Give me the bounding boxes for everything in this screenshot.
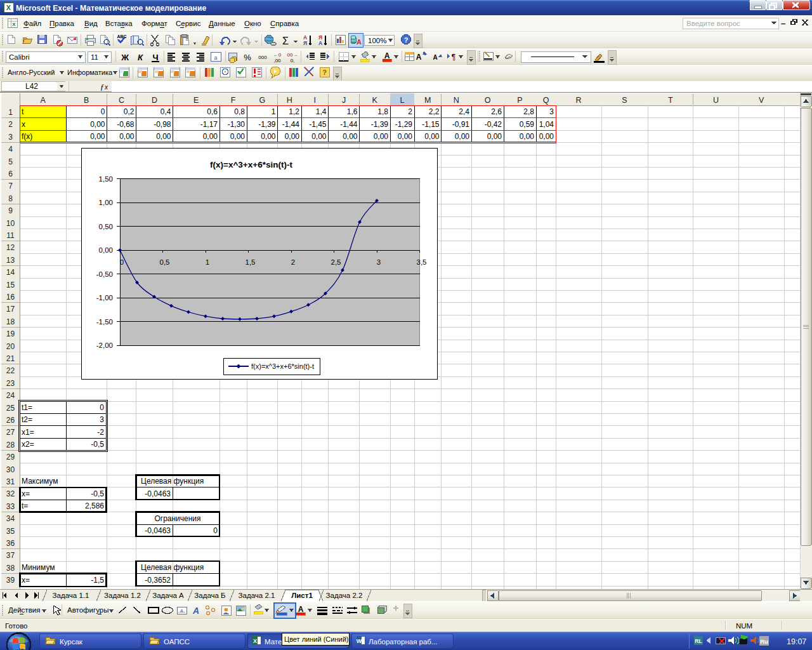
- svg-text:-0,3652: -0,3652: [145, 576, 171, 585]
- svg-text:-0,0463: -0,0463: [145, 526, 171, 535]
- svg-text:a: a: [214, 55, 217, 61]
- svg-text:Задача Б: Задача Б: [194, 592, 225, 599]
- svg-text:2,586: 2,586: [85, 501, 104, 510]
- svg-text:-0,42: -0,42: [485, 120, 502, 129]
- svg-text:Данные: Данные: [209, 20, 235, 27]
- svg-text:R: R: [575, 96, 581, 105]
- svg-text:34: 34: [6, 514, 15, 523]
- svg-text:К: К: [138, 53, 143, 62]
- svg-text:f(x)=x^3+x+6*sin(t)-t: f(x)=x^3+x+6*sin(t)-t: [251, 362, 314, 370]
- svg-text:Q: Q: [543, 96, 549, 105]
- svg-text:J: J: [342, 96, 346, 105]
- svg-text:19:07: 19:07: [787, 637, 806, 646]
- svg-text:f(x)=x^3+x+6*sin(t)-t: f(x)=x^3+x+6*sin(t)-t: [210, 160, 292, 169]
- svg-text:1: 1: [206, 258, 209, 266]
- svg-text:0: 0: [213, 526, 218, 535]
- svg-text:3: 3: [549, 107, 554, 116]
- svg-text:37: 37: [6, 551, 15, 560]
- svg-text:Справка: Справка: [270, 20, 299, 27]
- svg-text:6: 6: [8, 169, 13, 178]
- svg-text:0,00: 0,00: [261, 132, 276, 141]
- svg-text:Автофигуры: Автофигуры: [67, 606, 108, 614]
- svg-text:D: D: [152, 96, 157, 105]
- svg-text:Целевая функция: Целевая функция: [141, 563, 204, 572]
- svg-text:17: 17: [6, 305, 15, 314]
- svg-text:0,00: 0,00: [203, 132, 218, 141]
- svg-text:0,00: 0,00: [424, 132, 440, 141]
- svg-text:Лист1: Лист1: [291, 592, 313, 599]
- svg-text:21: 21: [6, 354, 15, 363]
- svg-text:-0,50: -0,50: [96, 270, 113, 278]
- svg-text:А: А: [318, 40, 322, 46]
- svg-text:f(x): f(x): [22, 132, 32, 141]
- svg-text:15: 15: [6, 281, 15, 289]
- svg-text:0,59: 0,59: [520, 120, 535, 129]
- svg-text:36: 36: [6, 539, 15, 548]
- svg-text:V: V: [759, 96, 764, 105]
- svg-text:14: 14: [6, 268, 15, 277]
- svg-text:32: 32: [6, 489, 15, 498]
- svg-text:8: 8: [8, 194, 13, 203]
- svg-text:38: 38: [6, 564, 15, 573]
- svg-text:0,00: 0,00: [90, 132, 105, 141]
- svg-text:0,50: 0,50: [99, 223, 113, 230]
- svg-text:Формат: Формат: [141, 20, 168, 27]
- svg-text:¶: ¶: [452, 53, 455, 62]
- svg-text:x2=: x2=: [22, 440, 34, 449]
- svg-text:O: O: [485, 96, 491, 105]
- svg-text:2: 2: [408, 107, 412, 116]
- svg-text:E: E: [193, 96, 199, 105]
- svg-text:K: K: [372, 96, 378, 105]
- svg-text:-1,44: -1,44: [282, 120, 300, 129]
- svg-text:0,4: 0,4: [160, 107, 171, 116]
- svg-text:X: X: [12, 22, 16, 27]
- svg-text:X: X: [253, 638, 257, 644]
- svg-text:Сервис: Сервис: [176, 20, 201, 27]
- svg-text:N: N: [454, 96, 459, 105]
- svg-text:0,5: 0,5: [160, 258, 170, 266]
- svg-text:0,00: 0,00: [311, 132, 327, 141]
- svg-text:19: 19: [6, 329, 15, 338]
- svg-text:24: 24: [6, 391, 15, 400]
- svg-text:Ж: Ж: [121, 53, 129, 62]
- svg-text:B: B: [84, 96, 89, 105]
- svg-text:t=: t=: [22, 501, 28, 510]
- svg-text:1,2: 1,2: [289, 107, 299, 116]
- svg-text:3: 3: [8, 133, 13, 142]
- svg-text:F: F: [231, 96, 236, 105]
- svg-text:31: 31: [6, 477, 15, 486]
- svg-text:27: 27: [6, 428, 15, 437]
- svg-text:Вид: Вид: [84, 20, 98, 27]
- svg-text:2: 2: [291, 258, 295, 266]
- svg-text:?: ?: [404, 36, 409, 44]
- svg-text:0,00: 0,00: [119, 132, 134, 141]
- svg-text:0,00: 0,00: [539, 132, 554, 141]
- svg-text:1: 1: [272, 107, 276, 116]
- svg-text:29: 29: [6, 453, 15, 461]
- svg-text:A: A: [41, 96, 46, 105]
- svg-text:Задача А: Задача А: [152, 592, 184, 599]
- svg-text:3,5: 3,5: [417, 258, 427, 266]
- svg-text:A: A: [416, 53, 422, 62]
- svg-text:25: 25: [6, 404, 15, 413]
- svg-text:Правка: Правка: [49, 20, 74, 27]
- svg-text:-0,98: -0,98: [154, 120, 171, 129]
- svg-text:-1,45: -1,45: [309, 120, 327, 129]
- svg-text:30: 30: [6, 465, 15, 474]
- svg-text:-0,5: -0,5: [91, 440, 104, 449]
- svg-text:W: W: [357, 638, 362, 644]
- svg-text:Ч: Ч: [152, 53, 158, 62]
- svg-text:10: 10: [6, 219, 15, 228]
- svg-text:Окно: Окно: [244, 20, 261, 27]
- svg-text:-0,91: -0,91: [452, 120, 470, 129]
- svg-text:Цвет линий (Синий): Цвет линий (Синий): [284, 635, 348, 643]
- svg-text:-1,17: -1,17: [200, 120, 218, 129]
- svg-text:-0,68: -0,68: [117, 120, 134, 129]
- svg-text:1,00: 1,00: [99, 199, 113, 206]
- svg-text:1,8: 1,8: [377, 107, 388, 116]
- svg-text:Готово: Готово: [5, 622, 28, 630]
- svg-text:0: 0: [100, 403, 104, 412]
- svg-text:2,8: 2,8: [523, 107, 534, 116]
- svg-text:-1,44: -1,44: [340, 120, 358, 129]
- svg-text:16: 16: [6, 293, 15, 302]
